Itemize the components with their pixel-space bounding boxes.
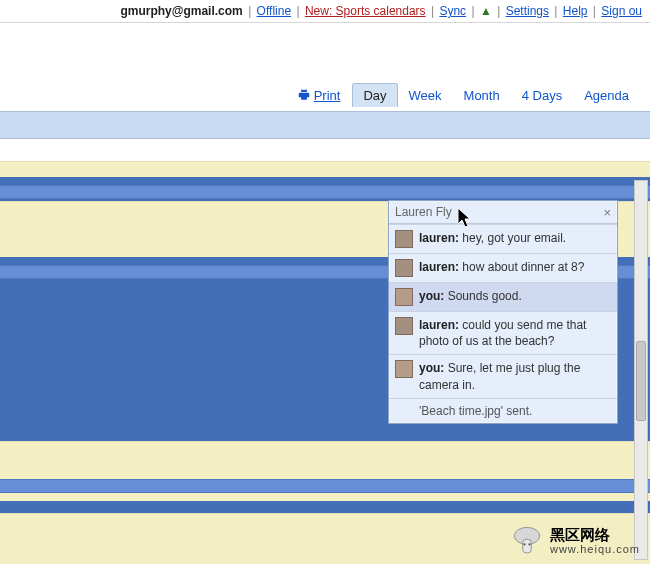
chat-message: you: Sure, let me just plug the camera i… xyxy=(389,354,617,397)
avatar-icon xyxy=(395,360,413,378)
chat-popup: Lauren Fly × lauren: hey, got your email… xyxy=(388,200,618,424)
settings-link[interactable]: Settings xyxy=(506,4,549,18)
avatar-icon xyxy=(395,230,413,248)
chat-text: Sure, let me just plug the camera in. xyxy=(419,361,580,391)
time-slot[interactable] xyxy=(0,161,650,177)
chat-sender: you: xyxy=(419,361,444,375)
avatar-icon xyxy=(395,259,413,277)
day-header-bar xyxy=(0,111,650,139)
event-band[interactable] xyxy=(0,185,650,199)
help-link[interactable]: Help xyxy=(563,4,588,18)
mushroom-icon xyxy=(510,524,544,558)
chat-sender: lauren: xyxy=(419,231,459,245)
chat-text: Sounds good. xyxy=(448,289,522,303)
chat-system-message: 'Beach time.jpg' sent. xyxy=(389,398,617,423)
chat-text: how about dinner at 8? xyxy=(462,260,584,274)
watermark: 黑区网络 www.heiqu.com xyxy=(510,524,640,558)
signout-link[interactable]: Sign ou xyxy=(601,4,642,18)
chat-title-bar[interactable]: Lauren Fly × xyxy=(389,201,617,224)
chat-contact-name: Lauren Fly xyxy=(395,205,452,219)
vertical-scrollbar[interactable] xyxy=(634,180,648,560)
labs-icon[interactable]: ▲ xyxy=(480,4,492,18)
event-band[interactable] xyxy=(0,479,650,493)
tab-4days[interactable]: 4 Days xyxy=(511,83,573,107)
chat-message: lauren: could you send me that photo of … xyxy=(389,311,617,354)
chat-system-text: 'Beach time.jpg' sent. xyxy=(419,404,532,418)
tab-month[interactable]: Month xyxy=(453,83,511,107)
svg-point-3 xyxy=(528,543,530,545)
chat-sender: lauren: xyxy=(419,260,459,274)
promo-link[interactable]: New: Sports calendars xyxy=(305,4,426,18)
chat-sender: lauren: xyxy=(419,318,459,332)
tab-week[interactable]: Week xyxy=(398,83,453,107)
svg-rect-1 xyxy=(523,539,532,553)
tab-agenda[interactable]: Agenda xyxy=(573,83,640,107)
header-spacer xyxy=(0,23,650,83)
svg-point-2 xyxy=(523,543,525,545)
chat-sender: you: xyxy=(419,289,444,303)
chat-message: you: Sounds good. xyxy=(389,282,617,311)
sync-link[interactable]: Sync xyxy=(439,4,466,18)
watermark-title: 黑区网络 xyxy=(550,526,610,543)
chat-message: lauren: hey, got your email. xyxy=(389,224,617,253)
chat-message: lauren: how about dinner at 8? xyxy=(389,253,617,282)
chat-text: hey, got your email. xyxy=(462,231,566,245)
offline-link[interactable]: Offline xyxy=(257,4,291,18)
avatar-icon xyxy=(395,288,413,306)
tab-day[interactable]: Day xyxy=(352,83,397,107)
scrollbar-thumb[interactable] xyxy=(636,341,646,421)
watermark-url: www.heiqu.com xyxy=(550,543,640,555)
avatar-icon xyxy=(395,317,413,335)
print-link[interactable]: Print xyxy=(297,88,341,103)
allday-row xyxy=(0,139,650,161)
chat-close-button[interactable]: × xyxy=(603,206,611,219)
print-label: Print xyxy=(314,88,341,103)
view-tab-bar: Print Day Week Month 4 Days Agenda xyxy=(0,83,650,111)
user-email: gmurphy@gmail.com xyxy=(120,4,242,18)
top-bar: gmurphy@gmail.com | Offline | New: Sport… xyxy=(0,0,650,23)
print-icon xyxy=(297,88,311,102)
